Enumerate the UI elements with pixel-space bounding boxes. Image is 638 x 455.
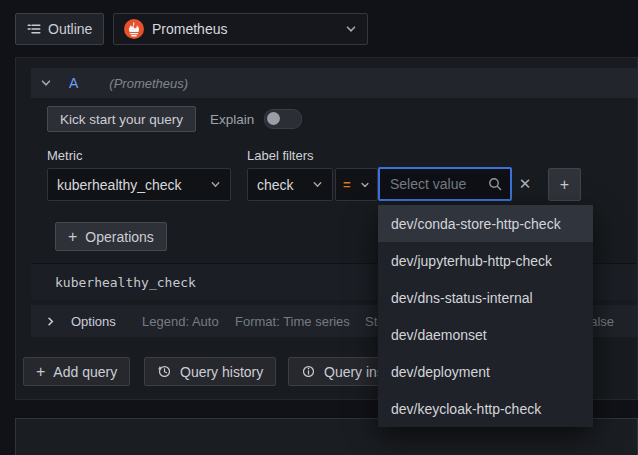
filter-operator-select[interactable]: = [335, 168, 378, 201]
remove-filter-button[interactable]: ✕ [513, 170, 537, 198]
chevron-down-icon [345, 23, 357, 35]
dropdown-option[interactable]: dev/keycloak-http-check [378, 390, 593, 427]
metric-select[interactable]: kuberhealthy_check [47, 168, 231, 201]
outline-button-label: Outline [48, 21, 92, 37]
dropdown-option[interactable]: dev/daemonset [378, 316, 593, 353]
add-query-button[interactable]: + Add query [23, 357, 130, 386]
label-filters-label: Label filters [247, 148, 313, 163]
chevron-down-icon [360, 180, 370, 190]
datasource-picker-value: Prometheus [152, 21, 227, 37]
query-history-label: Query history [180, 364, 263, 380]
options-legend: Legend: Auto [142, 314, 219, 329]
explain-label: Explain [210, 112, 254, 127]
outline-list-icon [27, 22, 41, 36]
kick-start-query-label: Kick start your query [60, 112, 183, 127]
query-ref-id: A [69, 75, 78, 91]
metric-label: Metric [47, 148, 82, 163]
filter-value-input-wrap [378, 167, 512, 201]
prometheus-logo-icon [124, 19, 144, 39]
kick-start-query-button[interactable]: Kick start your query [47, 106, 196, 132]
info-circle-icon [301, 364, 316, 379]
outline-button[interactable]: Outline [15, 13, 104, 45]
query-datasource-hint: (Prometheus) [109, 76, 188, 91]
filter-operator-value: = [343, 177, 351, 192]
operations-button-label: Operations [85, 229, 153, 245]
plus-icon: + [560, 177, 569, 193]
chevron-right-icon [45, 316, 56, 327]
query-history-button[interactable]: Query history [144, 357, 276, 386]
metric-select-value: kuberhealthy_check [57, 177, 182, 193]
value-dropdown-menu: dev/conda-store-http-check dev/jupyterhu… [378, 205, 593, 427]
dropdown-option[interactable]: dev/deployment [378, 353, 593, 390]
operations-button[interactable]: + Operations [55, 222, 167, 251]
add-query-label: Add query [53, 364, 117, 380]
chevron-down-icon [312, 179, 323, 190]
query-row-header[interactable]: A (Prometheus) [31, 68, 637, 98]
history-icon [157, 364, 172, 379]
chevron-down-icon[interactable] [40, 77, 52, 89]
plus-icon: + [36, 364, 45, 380]
plus-icon: + [68, 229, 77, 245]
dropdown-option[interactable]: dev/jupyterhub-http-check [378, 242, 593, 279]
query-preview-text: kuberhealthy_check [55, 275, 196, 290]
explain-control: Explain [210, 106, 302, 132]
chevron-down-icon [210, 179, 221, 190]
filter-value-input[interactable] [388, 175, 488, 193]
options-format: Format: Time series [235, 314, 350, 329]
dropdown-option[interactable]: dev/conda-store-http-check [378, 205, 593, 242]
filter-label-value: check [257, 177, 294, 193]
add-filter-button[interactable]: + [548, 168, 581, 201]
filter-label-select[interactable]: check [247, 168, 333, 201]
search-icon [488, 177, 502, 191]
explain-toggle[interactable] [264, 109, 302, 129]
toggle-knob [267, 112, 280, 125]
datasource-picker[interactable]: Prometheus [113, 13, 368, 45]
dropdown-option[interactable]: dev/dns-status-internal [378, 279, 593, 316]
options-title: Options [71, 314, 116, 329]
